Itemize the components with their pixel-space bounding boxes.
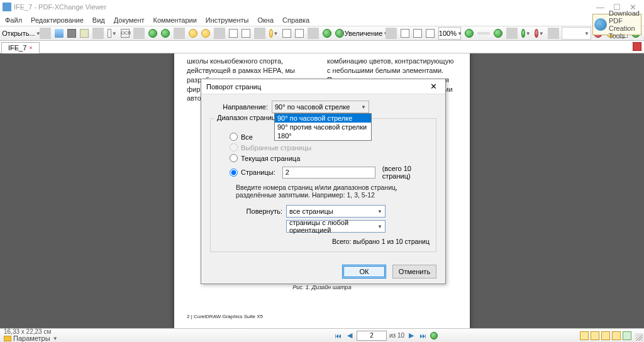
fit-width[interactable] bbox=[412, 27, 423, 40]
scan-button[interactable]: ▼ bbox=[106, 27, 118, 40]
first-page-button[interactable]: ⏮ bbox=[334, 331, 343, 340]
dialog-close-button[interactable]: ✕ bbox=[426, 82, 440, 91]
menu-windows[interactable]: Окна bbox=[257, 16, 274, 24]
undo-button[interactable] bbox=[187, 27, 199, 40]
nav-back[interactable] bbox=[147, 27, 158, 40]
fit-actual-icon bbox=[426, 29, 435, 38]
dropdown1[interactable]: ▼ bbox=[562, 27, 591, 40]
zoom-field[interactable]: 100%▼ bbox=[438, 27, 461, 40]
pages-hint: Введите номера страниц и/или диапазонов … bbox=[236, 184, 430, 199]
group-title: Диапазон страниц bbox=[214, 114, 278, 121]
zoom-slider[interactable] bbox=[477, 32, 489, 35]
fit-page[interactable] bbox=[399, 27, 411, 40]
snapshot-icon bbox=[295, 29, 304, 38]
page-total: из 10 bbox=[389, 332, 404, 339]
option-90cw[interactable]: 90° по часовой стрелке bbox=[275, 114, 371, 123]
print-icon bbox=[67, 29, 76, 38]
select-tool[interactable]: ▼ bbox=[268, 27, 280, 40]
rotate-select[interactable]: все страницы▼ bbox=[286, 205, 386, 218]
hand-icon bbox=[282, 29, 291, 38]
ocr-button[interactable]: OCR bbox=[119, 27, 131, 40]
redo-button[interactable] bbox=[200, 27, 211, 40]
rotate-pages-dialog: Поворот страниц ✕ Направление: 90° по ча… bbox=[201, 79, 446, 284]
rotate-ccw[interactable] bbox=[228, 27, 239, 40]
zoom-out-icon bbox=[323, 29, 331, 38]
minus-icon bbox=[465, 29, 474, 38]
direction-label: Направление: bbox=[210, 103, 268, 111]
tabstrip: IFE_7 × bbox=[0, 41, 644, 53]
minimize-button[interactable]: — bbox=[596, 3, 604, 12]
rotate-ccw-icon bbox=[229, 29, 238, 38]
stamp-ad[interactable]: ▼ bbox=[533, 27, 545, 40]
page-footer: 2 | CorelDRAW Graphics Suite X5 bbox=[187, 314, 263, 319]
pages-total: (всего 10 страниц) bbox=[382, 165, 430, 180]
fit-actual[interactable] bbox=[425, 27, 436, 40]
tab-close-icon[interactable]: × bbox=[29, 45, 32, 51]
dialog-title: Поворот страниц bbox=[206, 83, 426, 91]
document-tab[interactable]: IFE_7 × bbox=[1, 42, 40, 53]
menu-tools[interactable]: Инструменты bbox=[206, 16, 249, 24]
menu-comments[interactable]: Комментарии bbox=[153, 16, 197, 24]
resize-grip[interactable] bbox=[635, 333, 643, 341]
ad-icon bbox=[535, 29, 538, 38]
window-title: IFE_7 - PDF-XChange Viewer bbox=[14, 3, 596, 11]
magnifier-icon bbox=[341, 30, 343, 37]
cancel-button[interactable]: Отменить bbox=[392, 265, 436, 279]
globe-icon bbox=[594, 18, 607, 31]
zoom-out[interactable] bbox=[321, 27, 333, 40]
print-button[interactable] bbox=[66, 27, 77, 40]
continuous-icon[interactable] bbox=[591, 331, 599, 340]
snapshot-tool[interactable] bbox=[294, 27, 305, 40]
direction-select[interactable]: 90° по часовой стрелке▼ bbox=[272, 101, 369, 113]
zoom-inc[interactable] bbox=[492, 27, 504, 40]
titlebar: IFE_7 - PDF-XChange Viewer — ☐ ✕ bbox=[0, 0, 644, 14]
menu-help[interactable]: Справка bbox=[282, 16, 309, 24]
ocr-icon: OCR bbox=[121, 29, 130, 38]
menu-edit[interactable]: Редактирование bbox=[31, 16, 84, 24]
save-button[interactable] bbox=[53, 27, 65, 40]
nav-fwd[interactable] bbox=[160, 27, 171, 40]
dialog-titlebar: Поворот страниц ✕ bbox=[201, 79, 445, 94]
ok-button[interactable]: ОК bbox=[342, 265, 386, 279]
dialog-buttons: ОК Отменить bbox=[201, 260, 445, 284]
facing-cont-icon[interactable] bbox=[612, 331, 621, 340]
select-icon bbox=[269, 29, 273, 38]
rotate-cw[interactable] bbox=[240, 27, 252, 40]
menu-view[interactable]: Вид bbox=[92, 16, 105, 24]
zoom-tool[interactable]: Увеличение▼ bbox=[347, 27, 384, 40]
prev-page-button[interactable]: ◀ bbox=[345, 331, 354, 340]
zoom-dec[interactable] bbox=[464, 27, 475, 40]
last-page-button[interactable]: ⏭ bbox=[418, 331, 427, 340]
single-page-icon[interactable] bbox=[580, 331, 589, 340]
rotate-cw-icon bbox=[242, 29, 250, 38]
tab-label: IFE_7 bbox=[8, 44, 26, 52]
open-button[interactable]: Открыть...▼ bbox=[3, 27, 37, 40]
next-page-button[interactable]: ▶ bbox=[407, 331, 416, 340]
menu-file[interactable]: Файл bbox=[5, 16, 22, 24]
nav-extra[interactable] bbox=[430, 331, 438, 340]
option-90ccw[interactable]: 90° против часовой стрелки bbox=[275, 123, 371, 131]
hand-tool[interactable] bbox=[281, 27, 292, 40]
orientation-select[interactable]: страницы с любой ориентацией▼ bbox=[286, 220, 386, 233]
toolbar: Открыть...▼ ▼ OCR ▼ Увеличение▼ 100%▼ ▼ … bbox=[0, 26, 644, 41]
close-all-tabs[interactable] bbox=[633, 42, 641, 51]
facing-icon[interactable] bbox=[601, 331, 610, 340]
radio-current[interactable]: Текущая страница bbox=[230, 154, 430, 162]
disk-icon bbox=[55, 29, 64, 38]
mail-button[interactable] bbox=[79, 27, 90, 40]
menu-document[interactable]: Документ bbox=[114, 16, 145, 24]
option-180[interactable]: 180° bbox=[275, 131, 371, 140]
download-banner[interactable]: Download PDF Creation Tools bbox=[592, 14, 641, 35]
view-mode-5-icon[interactable] bbox=[623, 331, 631, 340]
pages-input[interactable] bbox=[282, 167, 375, 179]
banner-text: Download PDF Creation Tools bbox=[609, 9, 640, 40]
page-input[interactable] bbox=[357, 331, 387, 341]
page-navigator: ⏮ ◀ из 10 ▶ ⏭ bbox=[192, 331, 580, 341]
menubar: Файл Редактирование Вид Документ Коммент… bbox=[0, 14, 644, 26]
stamp-approve[interactable]: ▼ bbox=[520, 27, 532, 40]
plus-icon bbox=[494, 29, 502, 38]
fit-width-icon bbox=[413, 29, 422, 38]
params-button[interactable]: Параметры ▼ bbox=[4, 335, 192, 342]
redo-icon bbox=[201, 29, 210, 38]
radio-pages[interactable]: Страницы: (всего 10 страниц) bbox=[230, 165, 430, 180]
